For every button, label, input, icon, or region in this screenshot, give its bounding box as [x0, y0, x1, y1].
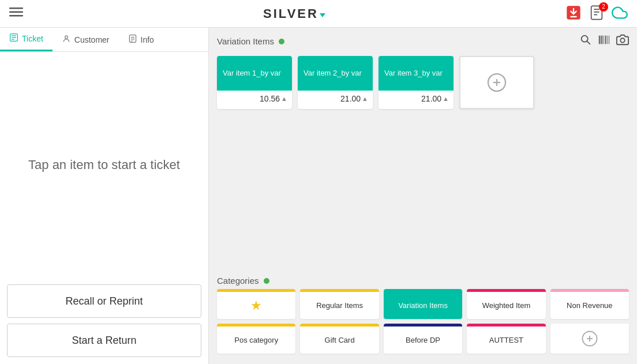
- svg-rect-1: [9, 12, 23, 13]
- category-nonrevenue-label: Non Revenue: [550, 292, 629, 319]
- category-variation-label: Variation Items: [384, 292, 462, 319]
- svg-rect-21: [601, 36, 601, 44]
- up-arrow-icon: ▲: [281, 95, 287, 102]
- top-bar-left: [9, 5, 23, 22]
- list-item[interactable]: Var item 2_by var 21.00 ▲: [298, 56, 373, 109]
- app-logo: SILVER: [263, 6, 325, 21]
- barcode-icon[interactable]: [598, 33, 610, 49]
- right-panel: Variation Items Var item 1_by var: [209, 28, 637, 364]
- svg-rect-25: [608, 36, 608, 44]
- list-item[interactable]: Var item 3_by var 21.00 ▲: [379, 56, 454, 109]
- star-icon: ★: [250, 298, 262, 313]
- category-beforedp-label: Before DP: [384, 327, 462, 354]
- category-nonrevenue[interactable]: Non Revenue: [550, 289, 629, 319]
- category-beforedp[interactable]: Before DP: [384, 324, 462, 354]
- tab-info-label: Info: [141, 35, 154, 44]
- tab-ticket-label: Ticket: [22, 34, 43, 43]
- item-name: Var item 2_by var: [303, 69, 362, 78]
- items-spacer: [209, 115, 637, 271]
- orders-icon[interactable]: 2: [589, 5, 605, 23]
- svg-rect-20: [599, 36, 600, 44]
- category-weighted[interactable]: Weighted Item: [467, 289, 545, 319]
- svg-rect-23: [604, 36, 604, 44]
- variation-items-grid: Var item 1_by var 10.56 ▲ Var item 2_by …: [209, 52, 637, 115]
- category-favorites[interactable]: ★: [217, 289, 295, 319]
- item-price: 21.00: [421, 94, 441, 103]
- search-icon[interactable]: [579, 33, 592, 49]
- svg-line-19: [587, 41, 590, 44]
- categories-header: Categories: [209, 271, 637, 289]
- svg-rect-26: [609, 36, 609, 44]
- item-price: 21.00: [340, 94, 361, 103]
- categories-section: Categories ★ Regular Items Variation Ite…: [209, 271, 637, 364]
- left-panel: Ticket Customer Info Tap an item to star…: [0, 28, 209, 364]
- bottom-buttons: Recall or Reprint Start a Return: [0, 277, 208, 364]
- category-giftcard-label: Gift Card: [300, 327, 379, 354]
- category-pos-label: Pos category: [217, 327, 295, 354]
- ticket-placeholder: Tap an item to start a ticket: [0, 52, 208, 277]
- top-bar: SILVER 2: [0, 0, 637, 28]
- variation-items-header: Variation Items: [209, 28, 637, 52]
- top-bar-right: 2: [565, 5, 628, 23]
- category-pos[interactable]: Pos category: [217, 324, 295, 354]
- categories-row-2: Pos category Gift Card Before DP AUTTEST: [209, 324, 637, 354]
- svg-point-27: [620, 38, 624, 42]
- category-regular[interactable]: Regular Items: [300, 289, 379, 319]
- up-arrow-icon: ▲: [362, 95, 368, 102]
- category-variation[interactable]: Variation Items: [384, 289, 462, 319]
- item-price: 10.56: [260, 94, 280, 103]
- svg-rect-0: [9, 7, 23, 9]
- main-container: Ticket Customer Info Tap an item to star…: [0, 28, 637, 364]
- item-name: Var item 1_by var: [223, 69, 281, 78]
- tab-bar: Ticket Customer Info: [0, 28, 208, 52]
- svg-rect-2: [9, 15, 23, 17]
- tab-customer[interactable]: Customer: [53, 28, 119, 51]
- item-name: Var item 3_by var: [384, 69, 443, 78]
- customer-icon: [62, 34, 71, 46]
- info-doc-icon: [128, 34, 137, 46]
- categories-title: Categories: [217, 276, 259, 286]
- tab-customer-label: Customer: [74, 35, 110, 44]
- category-weighted-label: Weighted Item: [467, 292, 545, 319]
- svg-point-13: [65, 36, 68, 39]
- categories-status-dot: [264, 278, 269, 284]
- ticket-icon: [9, 33, 18, 44]
- add-item-button[interactable]: [459, 56, 534, 109]
- orders-badge: 2: [599, 2, 608, 12]
- camera-icon[interactable]: [616, 33, 629, 49]
- up-arrow-icon: ▲: [443, 95, 449, 102]
- category-auttest[interactable]: AUTTEST: [467, 324, 545, 354]
- category-giftcard[interactable]: Gift Card: [300, 324, 379, 354]
- svg-rect-22: [601, 36, 602, 44]
- category-regular-label: Regular Items: [300, 292, 379, 319]
- add-category-button[interactable]: [550, 324, 629, 354]
- hamburger-menu[interactable]: [9, 5, 23, 22]
- list-item[interactable]: Var item 1_by var 10.56 ▲: [217, 56, 292, 109]
- tab-ticket[interactable]: Ticket: [0, 28, 53, 51]
- category-auttest-label: AUTTEST: [467, 327, 545, 354]
- tab-info[interactable]: Info: [119, 28, 163, 51]
- svg-rect-24: [605, 36, 606, 44]
- categories-row-1: ★ Regular Items Variation Items Weighted…: [209, 289, 637, 319]
- variation-items-title: Variation Items: [217, 36, 274, 46]
- start-return-button[interactable]: Start a Return: [7, 324, 201, 357]
- variation-status-dot: [279, 39, 284, 44]
- recall-reprint-button[interactable]: Recall or Reprint: [7, 284, 201, 318]
- cloud-icon[interactable]: [612, 5, 628, 23]
- download-icon[interactable]: [565, 5, 582, 23]
